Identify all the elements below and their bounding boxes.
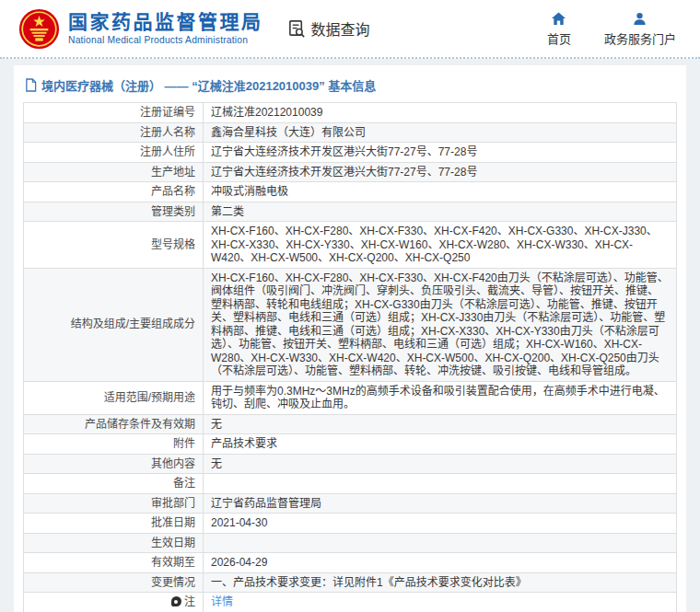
breadcrumb-text: 境内医疗器械（注册） —— “辽械注准20212010039” 基本信息 [41,76,376,94]
user-icon [632,11,648,27]
nav-item-service-portal[interactable]: 政务服务门户 [604,11,676,47]
row-value: 冲吸式消融电极 [204,182,677,202]
row-label: 注册人住所 [24,143,204,163]
table-row: 注册证编号辽械注准20212010039 [24,103,677,123]
table-row: 注册人名称鑫海合星科技（大连）有限公司 [24,122,677,143]
row-label: 产品名称 [24,182,204,202]
page-body: 境内医疗器械（注册） —— “辽械注准20212010039” 基本信息 注册证… [0,59,700,612]
row-label: 审批部门 [24,493,204,514]
table-row: 批准日期2021-04-30 [24,514,677,534]
home-icon [551,11,566,27]
row-label: 生效日期 [24,533,204,553]
nav-item-service-portal-label: 政务服务门户 [604,29,676,47]
row-value: 产品技术要求 [204,434,677,455]
row-label: 产品储存条件及有效期 [24,414,204,434]
table-row: 结构及组成/主要组成成分XH-CX-F160、XH-CX-F280、XH-CX-… [24,268,677,381]
note-icon [171,596,181,606]
info-table-body: 注册证编号辽械注准20212010039注册人名称鑫海合星科技（大连）有限公司注… [24,103,677,612]
row-label: 有效期至 [24,553,204,573]
table-row: 其他内容无 [24,454,677,474]
table-row: 适用范围/预期用途用于与频率为0.3MHz～3MHz的高频手术设备和吸引装置配合… [24,381,677,414]
table-row: 型号规格XH-CX-F160、XH-CX-F280、XH-CX-F330、XH-… [24,222,677,269]
breadcrumb: 境内医疗器械（注册） —— “辽械注准20212010039” 基本信息 [23,67,677,102]
table-row: 产品储存条件及有效期无 [24,414,677,434]
table-row: 注册人住所辽宁省大连经济技术开发区港兴大街77-27号、77-28号 [24,143,677,163]
row-value: 2026-04-29 [204,553,677,573]
table-row: 变更情况一、产品技术要求变更：详见附件1《产品技术要求变化对比表》 [24,572,677,593]
row-label: 型号规格 [24,222,204,269]
document-search-icon [287,19,307,39]
national-emblem-icon [18,8,60,50]
row-label: 生产地址 [24,162,204,182]
row-value: 第二类 [204,202,677,222]
table-row: 审批部门辽宁省药品监督管理局 [24,493,677,514]
table-row: 管理类别第二类 [24,202,677,222]
row-label: 结构及组成/主要组成成分 [24,268,204,381]
row-label: 管理类别 [24,202,204,222]
row-value: 辽械注准20212010039 [204,103,677,123]
row-value: 辽宁省药品监督管理局 [204,493,677,514]
nmpa-logo[interactable]: 国家药品监督管理局 National Medical Products Admi… [18,8,263,50]
row-value: 无 [204,454,677,474]
row-label: 其他内容 [24,454,204,474]
row-label: 附件 [24,434,204,455]
row-label: 变更情况 [24,572,204,593]
row-value [204,533,677,553]
detail-link[interactable]: 详情 [211,595,233,608]
row-value: 无 [204,414,677,434]
site-title: 国家药品监督管理局 [68,12,263,32]
row-label: 备注 [24,474,204,494]
content-panel: 境内医疗器械（注册） —— “辽械注准20212010039” 基本信息 注册证… [14,65,686,612]
data-query-label: 数据查询 [311,17,370,40]
info-table: 注册证编号辽械注准20212010039注册人名称鑫海合星科技（大连）有限公司注… [23,102,677,612]
site-header: 国家药品监督管理局 National Medical Products Admi… [0,0,700,59]
row-value: XH-CX-F160、XH-CX-F280、XH-CX-F330、XH-CX-F… [204,222,677,269]
row-value [204,474,677,494]
row-value: 鑫海合星科技（大连）有限公司 [204,122,677,143]
nav-item-home[interactable]: 首页 [547,11,571,47]
row-label: 注册证编号 [24,103,204,123]
row-label: 适用范围/预期用途 [24,381,204,414]
top-nav: 首页 政务服务门户 [547,11,682,47]
site-subtitle: National Medical Products Administration [68,35,263,45]
row-value: 辽宁省大连经济技术开发区港兴大街77-27号、77-28号 [204,162,677,182]
row-value: 详情 [204,593,677,612]
row-value: 辽宁省大连经济技术开发区港兴大街77-27号、77-28号 [204,143,677,163]
row-value: 一、产品技术要求变更：详见附件1《产品技术要求变化对比表》 [204,572,677,593]
row-value: XH-CX-F160、XH-CX-F280、XH-CX-F330、XH-CX-F… [204,268,677,381]
row-label: 批准日期 [24,514,204,534]
table-row: 产品名称冲吸式消融电极 [24,182,677,202]
logo-text-block: 国家药品监督管理局 National Medical Products Admi… [68,12,263,44]
table-row: 附件产品技术要求 [24,434,677,455]
row-label: 注 [24,593,204,612]
table-row: 备注 [24,474,677,494]
row-label: 注册人名称 [24,122,204,143]
row-value: 2021-04-30 [204,514,677,534]
table-row: 注详情 [24,593,677,612]
nav-item-home-label: 首页 [547,29,571,47]
row-value: 用于与频率为0.3MHz～3MHz的高频手术设备和吸引装置配合使用，在高频手术中… [204,381,677,414]
document-icon [25,78,37,92]
data-query-nav[interactable]: 数据查询 [287,17,370,40]
table-row: 有效期至2026-04-29 [24,553,677,573]
table-row: 生产地址辽宁省大连经济技术开发区港兴大街77-27号、77-28号 [24,162,677,182]
table-row: 生效日期 [24,533,677,553]
